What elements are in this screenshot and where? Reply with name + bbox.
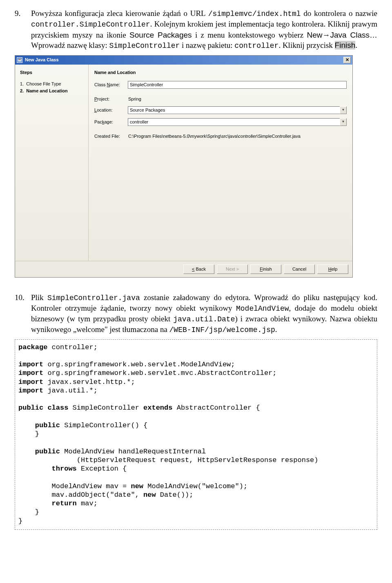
next-button: Next > bbox=[217, 265, 248, 274]
help-button[interactable]: Help bbox=[317, 265, 348, 274]
step-2: 2. Name and Location bbox=[20, 88, 83, 94]
cancel-button[interactable]: Cancel bbox=[284, 265, 315, 274]
paragraph-10: 10. Plik SimpleController.java zostanie … bbox=[15, 292, 377, 335]
finish-button[interactable]: Finish bbox=[250, 265, 281, 274]
steps-header: Steps bbox=[20, 70, 83, 76]
form-header: Name and Location bbox=[94, 70, 347, 76]
new-java-class-dialog: ☕ New Java Class ✕ Steps 1. Choose File … bbox=[15, 55, 377, 278]
list-number: 9. bbox=[15, 8, 31, 51]
created-file-label: Created File: bbox=[94, 133, 128, 139]
dialog-titlebar: ☕ New Java Class ✕ bbox=[15, 56, 352, 65]
button-bar: < < BackBack Next > Finish Cancel Help bbox=[15, 261, 352, 277]
created-file-row: Created File: C:\Program Files\netbeans-… bbox=[94, 133, 347, 139]
steps-panel: Steps 1. Choose File Type 2. Name and Lo… bbox=[15, 65, 89, 261]
created-file-value: C:\Program Files\netbeans-5.0\mywork\Spr… bbox=[128, 133, 347, 139]
location-select[interactable]: Source Packages bbox=[128, 106, 340, 114]
paragraph-body: Powyższa konfiguracja zleca kierowanie ż… bbox=[31, 8, 377, 51]
class-name-label: Class Name: bbox=[94, 82, 128, 88]
paragraph-body: Plik SimpleController.java zostanie zała… bbox=[31, 292, 377, 335]
class-name-row: Class Name: SimpleController bbox=[94, 81, 347, 89]
project-value: Spring bbox=[128, 96, 347, 102]
package-input[interactable]: controller bbox=[128, 118, 340, 126]
close-button[interactable]: ✕ bbox=[343, 57, 351, 63]
location-dropdown-button[interactable]: ▼ bbox=[340, 106, 347, 114]
package-label: Package: bbox=[94, 119, 128, 125]
project-label: Project: bbox=[94, 96, 128, 102]
form-panel: Name and Location Class Name: SimpleCont… bbox=[89, 65, 352, 261]
window-icon: ☕ bbox=[17, 57, 22, 63]
list-number: 10. bbox=[15, 292, 31, 335]
step-1: 1. Choose File Type bbox=[20, 81, 83, 87]
location-label: Location: bbox=[94, 107, 128, 113]
paragraph-9: 9. Powyższa konfiguracja zleca kierowani… bbox=[15, 8, 377, 51]
back-button[interactable]: < < BackBack bbox=[183, 265, 214, 274]
code-block: package controller; import org.springfra… bbox=[15, 339, 377, 530]
dialog-title: New Java Class bbox=[25, 57, 59, 63]
location-row: Location: Source Packages ▼ bbox=[94, 106, 347, 114]
class-name-input[interactable]: SimpleController bbox=[128, 81, 347, 89]
project-row: Project: Spring bbox=[94, 96, 347, 102]
package-dropdown-button[interactable]: ▼ bbox=[340, 118, 347, 126]
package-row: Package: controller ▼ bbox=[94, 118, 347, 126]
